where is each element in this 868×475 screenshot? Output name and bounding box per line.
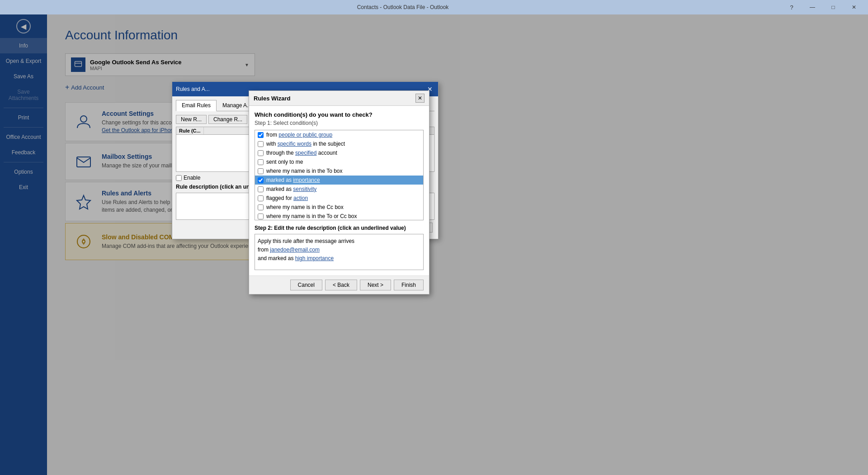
close-button[interactable]: ✕ [844,0,864,14]
minimize-button[interactable]: — [802,0,823,14]
rules-wizard-dialog: Rules Wizard ✕ Which condition(s) do you… [249,90,429,294]
rule-desc-line1: Apply this rule after the message arrive… [258,237,420,246]
finish-wizard-button[interactable]: Finish [394,280,424,290]
back-wizard-button[interactable]: < Back [325,280,357,290]
enable-label: Enable [184,175,200,181]
rule-desc-line3: and marked as high importance [258,254,420,263]
rules-outer-title: Rules and A... [176,86,210,92]
condition-item[interactable]: flagged for action [255,194,423,203]
condition-checkbox[interactable] [258,150,264,156]
help-icon[interactable]: ? [781,0,802,14]
rule-desc-line2: from janedoe@email.com [258,246,420,254]
cancel-wizard-button[interactable]: Cancel [290,280,322,290]
new-rule-button[interactable]: New R... [176,115,207,124]
condition-item[interactable]: sent only to me [255,157,423,166]
change-rule-button[interactable]: Change R... [208,115,247,124]
email-rules-tab[interactable]: Email Rules [176,100,217,111]
rules-wizard-title: Rules Wizard [254,95,291,102]
rule-desc-importance-link[interactable]: high importance [295,255,334,261]
wizard-content: Which condition(s) do you want to check?… [249,106,429,276]
condition-checkbox[interactable] [258,195,264,201]
rules-wizard-titlebar: Rules Wizard ✕ [249,91,429,106]
condition-item[interactable]: with specific words in the subject [255,139,423,148]
condition-checkbox[interactable] [258,186,264,192]
rules-wizard-close-button[interactable]: ✕ [415,94,425,103]
condition-checkbox[interactable] [258,177,264,183]
condition-checkbox[interactable] [258,204,264,210]
conditions-list[interactable]: from people or public groupwith specific… [255,130,424,220]
condition-checkbox[interactable] [258,168,264,174]
wizard-footer: Cancel < Back Next > Finish [249,276,429,294]
titlebar: Contacts - Outlook Data File - Outlook ?… [0,0,868,14]
maximize-button[interactable]: □ [823,0,844,14]
condition-checkbox[interactable] [258,214,264,219]
condition-item[interactable]: through the specified account [255,148,423,157]
rule-description: Apply this rule after the message arrive… [255,234,424,270]
enable-checkbox[interactable] [176,175,182,181]
wizard-question: Which condition(s) do you want to check? [255,111,424,118]
next-wizard-button[interactable]: Next > [360,280,391,290]
col-rule: Rule (C... [176,127,204,134]
condition-item[interactable]: marked as importance [255,176,423,185]
titlebar-title: Contacts - Outlook Data File - Outlook [24,4,781,10]
condition-item[interactable]: from people or public group [255,130,423,139]
rule-desc-from-link[interactable]: janedoe@email.com [270,247,320,253]
condition-item[interactable]: where my name is in the To or Cc box [255,212,423,220]
condition-item[interactable]: marked as sensitivity [255,185,423,194]
condition-checkbox[interactable] [258,132,264,138]
step2-label: Step 2: Edit the rule description (click… [255,225,424,231]
condition-checkbox[interactable] [258,159,264,165]
condition-item[interactable]: where my name is in the To box [255,166,423,176]
wizard-step1-label: Step 1: Select condition(s) [255,120,424,126]
condition-checkbox[interactable] [258,141,264,147]
condition-item[interactable]: where my name is in the Cc box [255,203,423,212]
